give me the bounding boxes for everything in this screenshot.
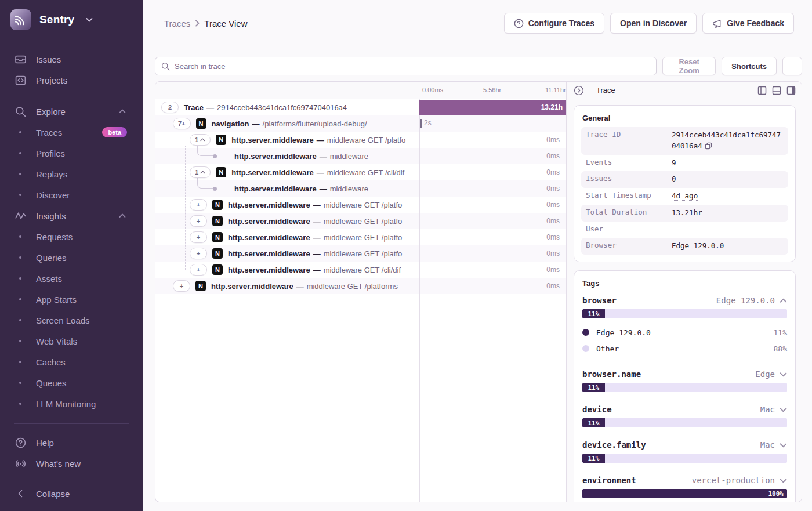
timeline-tick: 0.00ms: [422, 86, 443, 93]
sidebar-item-caches[interactable]: Caches: [0, 351, 143, 372]
span-row[interactable]: + N http.server.middleware — middleware …: [155, 245, 566, 262]
nextjs-icon: N: [212, 264, 223, 275]
span-row[interactable]: 1 N http.server.middleware — middleware …: [155, 164, 566, 180]
span-row[interactable]: + N http.server.middleware — middleware …: [155, 278, 566, 294]
span-duration: 0ms: [546, 216, 563, 226]
kv-row-events: Events 9: [581, 155, 788, 172]
expand-badge[interactable]: 7+: [173, 118, 191, 129]
breadcrumb-traces[interactable]: Traces: [164, 19, 190, 28]
sidebar-item-issues[interactable]: Issues: [0, 49, 143, 70]
sidebar-item-queues[interactable]: Queues: [0, 372, 143, 393]
sidebar-collapse-button[interactable]: Collapse: [0, 483, 143, 504]
nextjs-icon: N: [216, 167, 226, 177]
tag-header[interactable]: browser Edge 129.0.0: [582, 293, 787, 307]
kv-row-browser: Browser Edge 129.0.0: [581, 238, 788, 255]
sidebar-item-web-vitals[interactable]: Web Vitals: [0, 331, 143, 351]
nextjs-icon: N: [195, 281, 206, 291]
copy-icon[interactable]: [705, 142, 712, 150]
bullet-icon: [14, 277, 27, 280]
org-switcher[interactable]: Sentry: [0, 0, 143, 36]
tag-distribution-bar[interactable]: 11%: [582, 383, 787, 392]
expand-badge[interactable]: 2: [161, 102, 179, 113]
settings-gear-button[interactable]: [782, 57, 802, 75]
legend-row[interactable]: Other 88%: [582, 340, 787, 357]
sidebar-item-llm-monitoring[interactable]: LLM Monitoring: [0, 393, 143, 414]
detail-panel-title: Trace: [596, 86, 615, 95]
legend-dot-dark: [582, 329, 589, 336]
sidebar-item-help[interactable]: Help: [0, 432, 143, 453]
search-input[interactable]: [175, 62, 650, 71]
span-rows: 2 Trace — 2914cceb443c41dca1fc6974704016…: [155, 99, 566, 294]
expand-badge[interactable]: +: [190, 215, 207, 227]
open-in-discover-button[interactable]: Open in Discover: [610, 13, 697, 34]
search-box[interactable]: [155, 57, 657, 75]
bullet-icon: [14, 382, 27, 384]
sidebar: Sentry Issues Projects Explo: [0, 0, 143, 511]
trace-duration-bar[interactable]: 13.21h: [419, 100, 566, 115]
sidebar-item-screen-loads[interactable]: Screen Loads: [0, 310, 143, 331]
span-row[interactable]: 7+ N navigation — /platforms/flutter/upl…: [155, 115, 566, 132]
trace-root-row[interactable]: 2 Trace — 2914cceb443c41dca1fc6974704016…: [155, 99, 566, 115]
megaphone-icon: [712, 19, 722, 28]
collapse-badge[interactable]: 1: [190, 166, 211, 178]
sidebar-item-requests[interactable]: Requests: [0, 226, 143, 247]
nextjs-icon: N: [212, 232, 223, 242]
tag-header[interactable]: browser.name Edge: [582, 367, 787, 381]
expand-badge[interactable]: +: [173, 280, 190, 292]
sidebar-section-insights[interactable]: Insights: [0, 205, 143, 226]
tag-header[interactable]: device.family Mac: [582, 438, 787, 452]
sidebar-divider: [14, 423, 129, 424]
projects-icon: [14, 75, 27, 86]
tree-guide-line: [185, 146, 186, 270]
expand-badge[interactable]: +: [190, 231, 207, 243]
span-row[interactable]: + N http.server.middleware — middleware …: [155, 229, 566, 245]
give-feedback-button[interactable]: Give Feedback: [702, 13, 794, 34]
expand-badge[interactable]: +: [190, 248, 207, 259]
sidebar-item-app-starts[interactable]: App Starts: [0, 289, 143, 310]
configure-traces-button[interactable]: Configure Traces: [504, 13, 604, 34]
page-header: Traces Trace View Configure Traces Open …: [143, 0, 812, 46]
span-row[interactable]: + N http.server.middleware — middleware …: [155, 262, 566, 278]
span-row[interactable]: + N http.server.middleware — middleware …: [155, 213, 566, 229]
shortcuts-button[interactable]: Shortcuts: [722, 57, 777, 75]
span-row[interactable]: 1 N http.server.middleware — middleware …: [155, 132, 566, 148]
sidebar-item-assets[interactable]: Assets: [0, 268, 143, 289]
expand-badge[interactable]: +: [190, 199, 207, 211]
chevron-right-circle-icon[interactable]: [574, 85, 584, 96]
span-row[interactable]: http.server.middleware — middleware 0ms: [155, 148, 566, 164]
chevron-up-icon: [119, 109, 126, 114]
sidebar-item-discover[interactable]: Discover: [0, 184, 143, 205]
sidebar-item-profiles[interactable]: Profiles: [0, 143, 143, 164]
layout-bottom-icon[interactable]: [772, 86, 781, 95]
sidebar-item-traces[interactable]: Traces beta: [0, 122, 143, 143]
trace-toolbar: Reset Zoom Shortcuts: [155, 57, 802, 75]
layout-left-icon[interactable]: [757, 86, 767, 95]
tag-distribution-bar[interactable]: 11%: [582, 309, 787, 318]
tag-header[interactable]: environment vercel-production: [582, 473, 787, 487]
relative-timestamp[interactable]: 4d ago: [672, 191, 784, 202]
span-row[interactable]: http.server.middleware — middleware 0ms: [155, 180, 566, 197]
sidebar-item-whats-new[interactable]: What's new: [0, 453, 143, 474]
tag-distribution-bar[interactable]: 11%: [582, 418, 787, 427]
tag-distribution-bar[interactable]: 100%: [582, 489, 787, 498]
tag-header[interactable]: device Mac: [582, 403, 787, 416]
layout-right-icon[interactable]: [786, 86, 796, 95]
span-duration: 0ms: [546, 200, 563, 209]
collapse-badge[interactable]: 1: [190, 134, 211, 146]
expand-badge[interactable]: +: [190, 264, 207, 276]
span-duration: 0ms: [546, 135, 563, 144]
chevron-down-icon: [780, 372, 787, 377]
tag-device: device Mac 11%: [582, 403, 787, 427]
sentry-trace-view-app: Sentry Issues Projects Explo: [0, 0, 812, 511]
timeline-header: 0.00ms 5.56hr 11.11hr: [155, 82, 566, 99]
general-card: General Trace ID 2914cceb443c41dca1fc697…: [574, 105, 796, 262]
tag-distribution-bar[interactable]: 11%: [582, 454, 787, 463]
span-row[interactable]: + N http.server.middleware — middleware …: [155, 197, 566, 213]
reset-zoom-button[interactable]: Reset Zoom: [662, 57, 716, 75]
legend-row[interactable]: Edge 129.0.0 11%: [582, 324, 787, 340]
sidebar-item-queries[interactable]: Queries: [0, 247, 143, 268]
sidebar-item-replays[interactable]: Replays: [0, 164, 143, 184]
bullet-icon: [14, 173, 27, 175]
sidebar-item-projects[interactable]: Projects: [0, 70, 143, 90]
sidebar-section-explore[interactable]: Explore: [0, 101, 143, 122]
